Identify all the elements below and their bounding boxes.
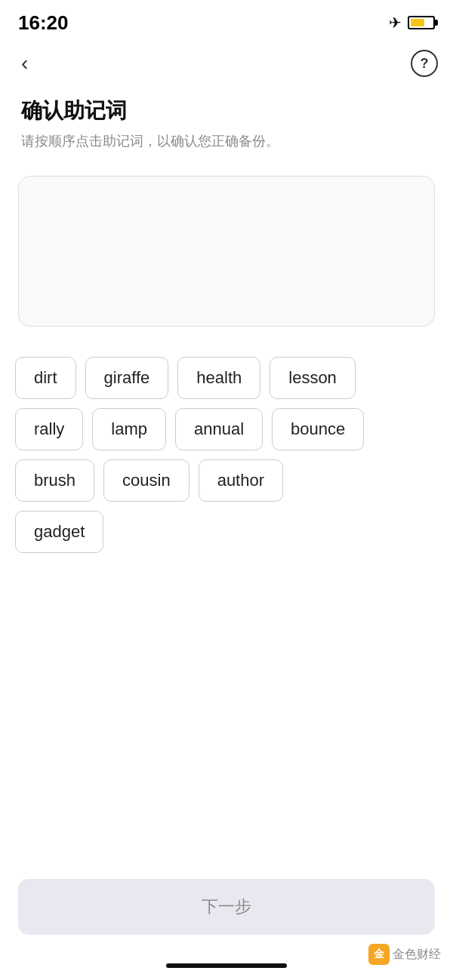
watermark-icon: 金	[368, 944, 390, 965]
word-chip-lesson[interactable]: lesson	[270, 357, 356, 399]
answer-box	[18, 176, 435, 327]
home-indicator	[166, 963, 287, 968]
nav-bar: ‹ ?	[0, 42, 453, 84]
word-row: dirtgiraffehealthlesson	[15, 357, 438, 399]
status-icons: ✈	[389, 14, 435, 32]
word-chip-author[interactable]: author	[199, 459, 283, 502]
back-button[interactable]: ‹	[15, 50, 34, 77]
next-button[interactable]: 下一步	[18, 879, 435, 935]
word-chip-lamp[interactable]: lamp	[92, 408, 166, 450]
bottom-area: 下一步	[0, 879, 453, 935]
help-button[interactable]: ?	[411, 50, 438, 77]
word-chip-health[interactable]: health	[177, 357, 260, 399]
airplane-icon: ✈	[389, 14, 402, 32]
word-chip-gadget[interactable]: gadget	[15, 511, 103, 553]
word-row: brushcousinauthor	[15, 459, 438, 502]
page-header: 确认助记词 请按顺序点击助记词，以确认您正确备份。	[0, 84, 453, 161]
words-section: dirtgiraffehealthlessonrallylampannualbo…	[0, 342, 453, 574]
page-subtitle: 请按顺序点击助记词，以确认您正确备份。	[21, 131, 432, 152]
word-chip-rally[interactable]: rally	[15, 408, 83, 450]
word-chip-bounce[interactable]: bounce	[272, 408, 364, 450]
word-chip-cousin[interactable]: cousin	[103, 459, 190, 502]
status-time: 16:20	[18, 11, 69, 35]
word-row: rallylampannualbounce	[15, 408, 438, 450]
watermark: 金 金色财经	[368, 944, 441, 965]
page-title: 确认助记词	[21, 97, 432, 125]
word-chip-brush[interactable]: brush	[15, 459, 94, 502]
status-bar: 16:20 ✈	[0, 0, 453, 42]
word-row: gadget	[15, 511, 438, 553]
word-chip-giraffe[interactable]: giraffe	[85, 357, 169, 399]
word-chip-annual[interactable]: annual	[175, 408, 263, 450]
word-chip-dirt[interactable]: dirt	[15, 357, 76, 399]
watermark-text: 金色财经	[393, 947, 441, 963]
battery-icon	[408, 16, 435, 29]
battery-fill	[411, 19, 424, 26]
